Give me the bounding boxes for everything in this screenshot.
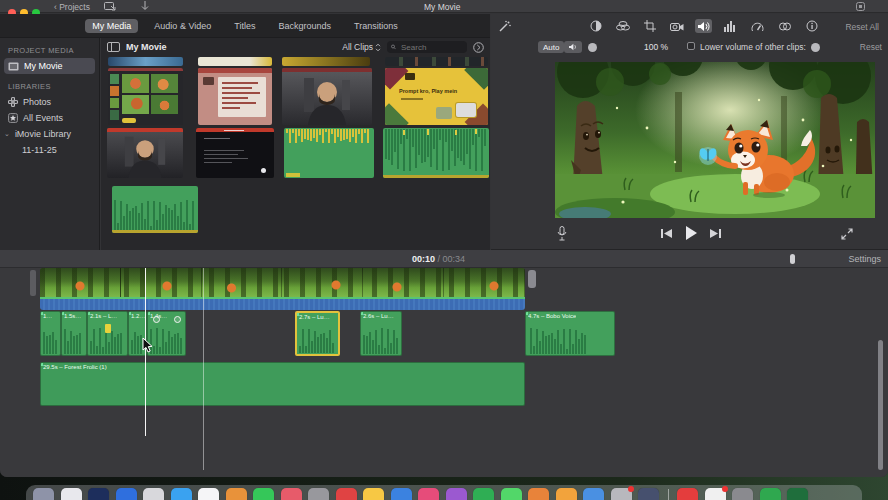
tab-backgrounds[interactable]: Backgrounds (271, 19, 338, 33)
dock-icon-25[interactable] (705, 488, 726, 500)
fullscreen-icon[interactable] (841, 228, 853, 240)
reset-all-button[interactable]: Reset All (845, 22, 879, 32)
media-thumbnail-strip-2[interactable] (198, 57, 272, 66)
audio-clip-7[interactable]: 2.6s – Lu… (360, 311, 402, 356)
color-balance-icon[interactable] (614, 19, 631, 33)
import-media-icon[interactable] (104, 2, 116, 11)
window-mode-icon[interactable] (856, 2, 865, 11)
play-button[interactable] (684, 226, 698, 240)
dock-icon-19[interactable] (528, 488, 549, 500)
dock-icon-4[interactable] (116, 488, 137, 500)
dock-icon-5[interactable] (143, 488, 164, 500)
dock-icon-2[interactable] (61, 488, 82, 500)
disclosure-chevron-icon[interactable]: ⌄ (4, 130, 10, 138)
media-thumbnail-promo[interactable]: Prompt kro, Play mein (385, 68, 488, 125)
dock-icon-7[interactable] (198, 488, 219, 500)
media-thumbnail-webcam-1[interactable] (282, 68, 372, 125)
dock-icon-23[interactable] (638, 488, 659, 500)
media-thumbnail-fox-collage[interactable] (108, 68, 183, 125)
dock-icon-27[interactable] (760, 488, 781, 500)
enhance-wand-icon[interactable] (498, 20, 511, 33)
media-thumbnail-audio-3[interactable] (112, 186, 198, 233)
track-left-handle[interactable] (30, 270, 36, 296)
lower-volume-checkbox[interactable] (687, 42, 695, 50)
noise-reduction-eq-icon[interactable] (722, 19, 739, 33)
dock-icon-15[interactable] (418, 488, 439, 500)
search-field[interactable] (387, 41, 467, 53)
sidebar-item-all-events[interactable]: All Events (0, 110, 99, 126)
dock-icon-12[interactable] (336, 488, 357, 500)
viewer-frame[interactable] (555, 62, 875, 218)
dock-icon-26[interactable] (732, 488, 753, 500)
dock-icon-13[interactable] (363, 488, 384, 500)
fade-handle-left[interactable] (153, 316, 160, 323)
auto-volume-button[interactable]: Auto (538, 41, 564, 53)
filmstrip-frame (282, 268, 363, 297)
dock-icon-24[interactable] (677, 488, 698, 500)
color-correction-icon[interactable] (587, 19, 604, 33)
audio-clip-1[interactable]: 1… (40, 311, 61, 356)
media-thumbnail-strip-1[interactable] (108, 57, 183, 66)
fade-handle-right[interactable] (174, 316, 181, 323)
dock-icon-21[interactable] (583, 488, 604, 500)
previous-frame-button[interactable] (661, 228, 672, 239)
voiceover-mic-icon[interactable] (557, 226, 567, 241)
timeline-zoom-knob[interactable] (790, 254, 795, 264)
media-thumbnail-audio-1[interactable] (284, 128, 374, 178)
download-arrow-icon[interactable] (141, 1, 149, 11)
tab-titles[interactable]: Titles (227, 19, 262, 33)
timeline-settings-button[interactable]: Settings (848, 254, 881, 264)
dock-icon-6[interactable] (171, 488, 192, 500)
sidebar-item-event-date[interactable]: 11-11-25 (0, 142, 99, 158)
clip-info-icon[interactable] (803, 19, 820, 33)
dock-icon-10[interactable] (281, 488, 302, 500)
media-thumbnail-audio-2[interactable] (383, 128, 489, 178)
dock-icon-14[interactable] (391, 488, 412, 500)
volume-slider-knob[interactable] (588, 43, 597, 52)
dock-icon-18[interactable] (501, 488, 522, 500)
tab-transitions[interactable]: Transitions (347, 19, 405, 33)
crop-icon[interactable] (641, 19, 658, 33)
clip-filter-effects-icon[interactable] (776, 19, 793, 33)
media-thumbnail-webcam-2[interactable] (107, 128, 183, 178)
audio-clip-bobo-voice[interactable]: 4.7s – Bobo Voice (525, 311, 615, 356)
lower-volume-slider-knob[interactable] (811, 43, 820, 52)
media-thumbnail-screen-recording[interactable] (196, 128, 274, 178)
back-to-projects-button[interactable]: ‹ Projects (54, 2, 90, 12)
dock-icon-11[interactable] (308, 488, 329, 500)
audio-clip-3[interactable]: 2.1s – L… (87, 311, 128, 356)
sidebar-item-imovie-library[interactable]: ⌄ iMovie Library (0, 126, 99, 142)
timeline-video-clip[interactable] (40, 268, 525, 310)
stabilization-icon[interactable] (668, 19, 685, 33)
volume-icon[interactable] (695, 19, 712, 33)
media-thumbnail-document[interactable] (198, 68, 272, 125)
reset-button[interactable]: Reset (860, 42, 882, 52)
next-frame-button[interactable] (710, 228, 721, 239)
tab-my-media[interactable]: My Media (85, 19, 138, 33)
dock-icon-20[interactable] (556, 488, 577, 500)
dock-icon-1[interactable] (33, 488, 54, 500)
dock-icon-17[interactable] (473, 488, 494, 500)
sidebar-toggle-icon[interactable] (107, 42, 120, 52)
dock-icon-9[interactable] (253, 488, 274, 500)
audio-clip-2[interactable]: 1.5s… (61, 311, 87, 356)
dock-icon-28[interactable] (787, 488, 808, 500)
background-music-clip[interactable]: 29.5s – Forest Frolic (1) (40, 362, 525, 406)
timeline-scrollbar[interactable] (878, 340, 883, 470)
dock-icon-16[interactable] (446, 488, 467, 500)
mute-button[interactable] (564, 41, 582, 53)
dock-icon-3[interactable] (88, 488, 109, 500)
media-thumbnail-strip-4[interactable] (385, 57, 488, 66)
audio-clip-6-selected[interactable]: 2.7s – Lu… (295, 311, 340, 356)
content-browser-toggle-icon[interactable] (473, 42, 484, 53)
sidebar-item-photos[interactable]: Photos (0, 94, 99, 110)
speed-icon[interactable] (749, 19, 766, 33)
clip-filter-dropdown[interactable]: All Clips (342, 42, 381, 52)
search-input[interactable] (399, 42, 463, 53)
tab-audio-video[interactable]: Audio & Video (147, 19, 218, 33)
dock-icon-8[interactable] (226, 488, 247, 500)
media-thumbnail-strip-3[interactable] (282, 57, 370, 66)
sidebar-item-my-movie[interactable]: My Movie (4, 58, 95, 74)
clip-end-handle[interactable] (528, 270, 536, 288)
dock-icon-22[interactable] (611, 488, 632, 500)
